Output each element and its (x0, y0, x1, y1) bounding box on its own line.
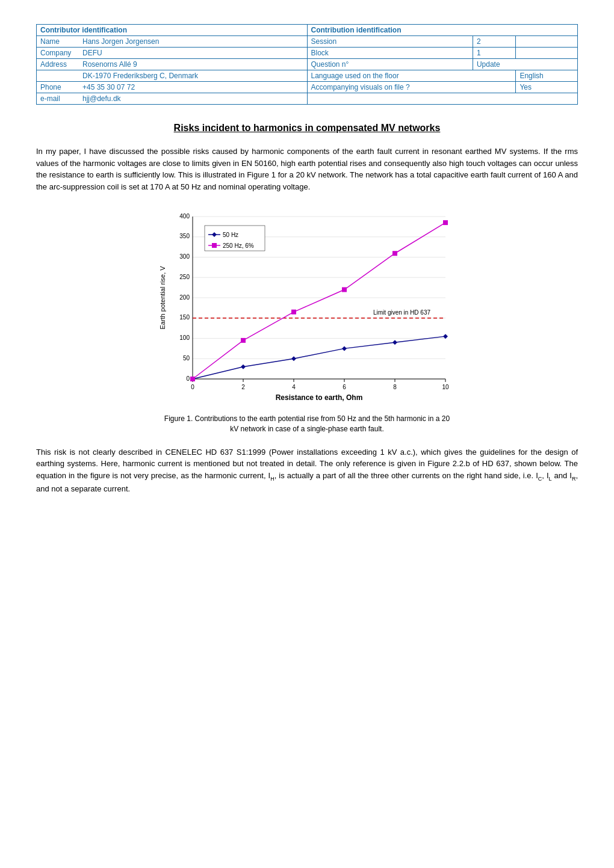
paragraph2: This risk is not clearly described in CE… (36, 446, 578, 495)
block-value: 1 (473, 48, 516, 59)
s1-point-1 (241, 365, 246, 369)
svg-text:4: 4 (292, 384, 296, 390)
email-label: e-mail (37, 93, 79, 104)
figure-caption: Figure 1. Contributions to the earth pot… (163, 414, 451, 434)
svg-text:400: 400 (179, 213, 190, 220)
svg-text:200: 200 (179, 294, 190, 301)
phone-label: Phone (37, 82, 79, 93)
svg-text:300: 300 (179, 253, 190, 260)
legend-s1: 50 Hz (223, 232, 238, 238)
email-value: hjj@defu.dk (79, 93, 307, 104)
s2-point-2 (291, 310, 296, 315)
s2-point-0 (190, 377, 195, 381)
svg-text:50: 50 (183, 355, 190, 362)
language-value: English (516, 70, 578, 82)
company-label: Company (37, 48, 79, 58)
svg-text:150: 150 (179, 314, 190, 321)
visuals-value: Yes (516, 82, 578, 93)
s2-point-5 (443, 220, 448, 225)
name-row: Name Hans Jorgen Jorgensen (37, 36, 308, 48)
svg-text:2: 2 (241, 384, 245, 390)
contribution-id-header: Contribution identification (307, 25, 578, 36)
session-label: Session (307, 36, 473, 48)
page-title: Risks incident to harmonics in compensat… (36, 123, 578, 134)
session-value: 2 (473, 36, 516, 48)
svg-text:6: 6 (343, 384, 346, 390)
phone-value: +45 35 30 07 72 (79, 82, 307, 93)
company-row: Company DEFU (37, 48, 308, 59)
address-row: Address Rosenorns Allé 9 (37, 59, 308, 70)
paragraph1: In my paper, I have discussed the possib… (36, 146, 578, 192)
svg-text:100: 100 (179, 334, 190, 341)
s1-point-3 (342, 346, 347, 351)
name-value: Hans Jorgen Jorgensen (79, 36, 307, 47)
visuals-label: Accompanying visuals on file ? (307, 82, 516, 93)
address-value2: DK-1970 Frederiksberg C, Denmark (79, 70, 307, 81)
block-label: Block (307, 48, 473, 59)
x-axis-label: Resistance to earth, Ohm (276, 393, 363, 402)
s1-point-4 (392, 340, 397, 345)
svg-text:10: 10 (442, 384, 449, 390)
phone-row: Phone +45 35 30 07 72 (37, 82, 308, 93)
question-value: Update (473, 59, 577, 70)
email-row: e-mail hjj@defu.dk (37, 93, 308, 105)
legend-s2: 250 Hz, 6% (223, 242, 254, 249)
chart-container: Earth potential rise, V 0 50 100 150 200… (157, 205, 457, 434)
chart-svg: Earth potential rise, V 0 50 100 150 200… (157, 205, 457, 409)
s2-point-3 (342, 288, 347, 292)
header-table: Contributor identification Contribution … (36, 24, 578, 105)
company-value: DEFU (79, 48, 307, 58)
address2-row: DK-1970 Frederiksberg C, Denmark (37, 70, 308, 82)
s1-point-5 (443, 334, 448, 339)
svg-text:0: 0 (186, 375, 190, 382)
name-label: Name (37, 36, 79, 47)
address-value1: Rosenorns Allé 9 (79, 59, 307, 70)
language-label: Language used on the floor (307, 70, 516, 82)
address-label: Address (37, 59, 79, 70)
s1-point-2 (291, 356, 296, 361)
svg-rect-37 (212, 243, 217, 248)
svg-text:0: 0 (191, 384, 194, 390)
question-label: Question n° (307, 59, 473, 70)
svg-text:8: 8 (393, 384, 397, 390)
svg-text:350: 350 (179, 233, 190, 239)
s2-point-4 (392, 251, 397, 256)
y-axis-label: Earth potential rise, V (159, 266, 166, 330)
svg-text:250: 250 (179, 274, 190, 280)
limit-label: Limit given in HD 637 (373, 309, 430, 316)
contributor-id-header: Contributor identification (37, 25, 308, 36)
s2-point-1 (241, 338, 246, 343)
